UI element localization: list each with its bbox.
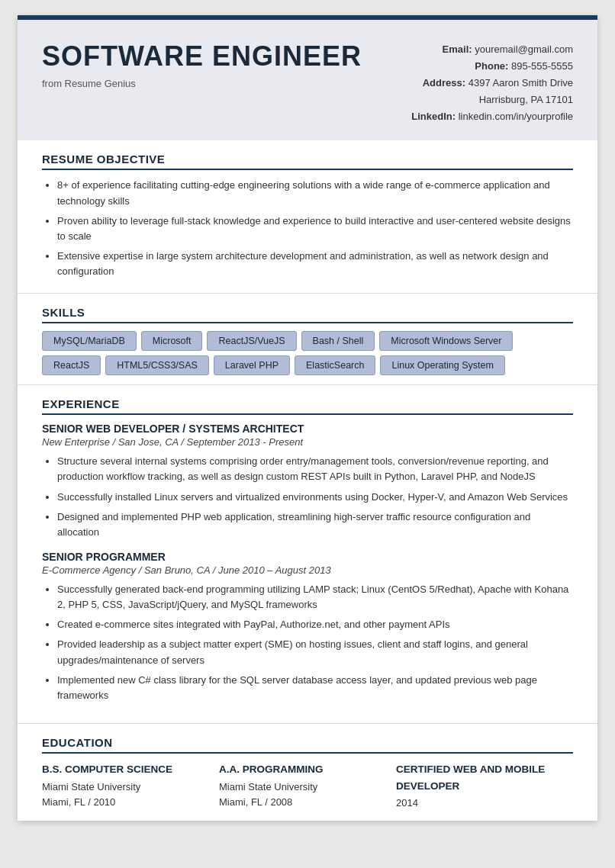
header-left: SOFTWARE ENGINEER from Resume Genius [42,41,362,89]
phone-value: 895-555-5555 [511,60,573,72]
skill-tag: MySQL/MariaDB [42,331,137,351]
edu-school-2: Miami State University [219,780,396,796]
job-bullet: Provided leadership as a subject matter … [57,637,573,667]
job-block-2: SENIOR PROGRAMMER E-Commerce Agency / Sa… [42,551,573,703]
job-list-2: Successfully generated back-end programm… [42,582,573,703]
resume-document: SOFTWARE ENGINEER from Resume Genius Ema… [18,15,597,821]
job-meta-1: New Enterprise / San Jose, CA / Septembe… [42,436,573,448]
address-line1: 4397 Aaron Smith Drive [468,77,573,88]
skill-tag: ElasticSearch [295,355,375,375]
objective-item-3: Extensive expertise in large system arch… [57,249,573,279]
education-title: EDUCATION [42,736,573,754]
address-line2: Harrisburg, PA 17101 [479,94,573,105]
email-line: Email: youremail@gmail.com [375,41,573,58]
experience-section: EXPERIENCE SENIOR WEB DEVELOPER / SYSTEM… [18,385,597,724]
experience-title: EXPERIENCE [42,397,573,415]
skill-tag: Microsoft [141,331,203,351]
skills-section: SKILLS MySQL/MariaDB Microsoft ReactJS/V… [18,294,597,385]
job-bullet: Structure several internal systems compr… [57,454,573,484]
job-list-1: Structure several internal systems compr… [42,454,573,540]
objective-item-2: Proven ability to leverage full-stack kn… [57,214,573,244]
skill-tag: ReactJS/VueJS [207,331,296,351]
skill-tag: HTML5/CSS3/SAS [105,355,209,375]
job-bullet: Successfully installed Linux servers and… [57,490,573,505]
job-block-1: SENIOR WEB DEVELOPER / SYSTEMS ARCHITECT… [42,423,573,540]
job-meta-2: E-Commerce Agency / San Bruno, CA / June… [42,564,573,576]
email-value: youremail@gmail.com [475,43,573,55]
skill-tag: Laravel PHP [214,355,290,375]
job-bullet: Designed and implemented PHP web applica… [57,510,573,540]
linkedin-line: LinkedIn: linkedin.com/in/yourprofile [375,108,573,125]
objective-section: RESUME OBJECTIVE 8+ of experience facili… [18,140,597,294]
edu-item-2: A.A. PROGRAMMING Miami State University … [219,761,396,812]
email-label: Email: [443,43,472,55]
resume-header: SOFTWARE ENGINEER from Resume Genius Ema… [18,15,597,140]
address-line: Address: 4397 Aaron Smith Drive Harrisbu… [375,75,573,108]
edu-degree-2: A.A. PROGRAMMING [219,761,396,778]
job-title: SOFTWARE ENGINEER [42,41,362,72]
edu-item-3: CERTIFIED WEB AND MOBILE DEVELOPER 2014 [396,761,573,812]
linkedin-value: linkedin.com/in/yourprofile [459,111,573,122]
skills-grid: MySQL/MariaDB Microsoft ReactJS/VueJS Ba… [42,331,573,375]
contact-info: Email: youremail@gmail.com Phone: 895-55… [375,41,573,125]
objective-list: 8+ of experience facilitating cutting-ed… [42,178,573,279]
linkedin-label: LinkedIn: [411,111,456,122]
job-bullet: Created e-commerce sites integrated with… [57,617,573,632]
skill-tag: Microsoft Windows Server [379,331,513,351]
edu-loc-year-2: Miami, FL / 2008 [219,795,396,811]
edu-school-1: Miami State University [42,780,219,796]
job-title-1: SENIOR WEB DEVELOPER / SYSTEMS ARCHITECT [42,423,573,435]
edu-item-1: B.S. COMPUTER SCIENCE Miami State Univer… [42,761,219,812]
objective-title: RESUME OBJECTIVE [42,153,573,170]
education-section: EDUCATION B.S. COMPUTER SCIENCE Miami St… [18,724,597,821]
skills-title: SKILLS [42,306,573,323]
edu-loc-year-1: Miami, FL / 2010 [42,795,219,811]
edu-loc-year-3: 2014 [396,796,573,812]
skill-tag: ReactJS [42,355,101,375]
phone-label: Phone: [475,60,508,72]
objective-item-1: 8+ of experience facilitating cutting-ed… [57,178,573,208]
education-grid: B.S. COMPUTER SCIENCE Miami State Univer… [42,761,573,812]
skill-tag: Linux Operating System [380,355,504,375]
header-subtitle: from Resume Genius [42,78,362,89]
skill-tag: Bash / Shell [301,331,375,351]
job-bullet: Implemented new C# class library for the… [57,673,573,703]
job-bullet: Successfully generated back-end programm… [57,582,573,612]
job-title-2: SENIOR PROGRAMMER [42,551,573,563]
address-label: Address: [423,77,465,88]
phone-line: Phone: 895-555-5555 [375,58,573,75]
edu-degree-3: CERTIFIED WEB AND MOBILE DEVELOPER [396,761,573,794]
edu-degree-1: B.S. COMPUTER SCIENCE [42,761,219,778]
